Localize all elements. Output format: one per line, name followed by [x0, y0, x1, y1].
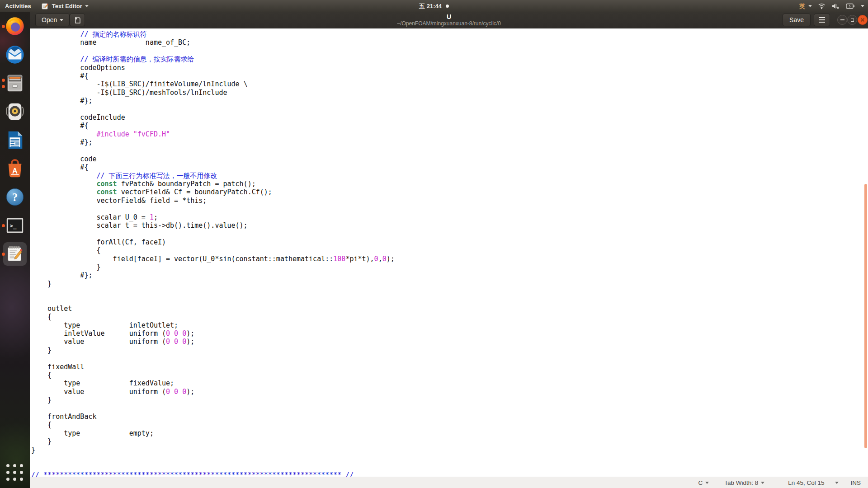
new-document-icon — [74, 16, 81, 24]
vertical-scrollbar[interactable] — [864, 184, 867, 448]
wifi-icon — [818, 3, 826, 9]
notification-dot-icon — [446, 5, 449, 8]
clock[interactable]: 五 21:44 — [419, 2, 442, 10]
open-button[interactable]: Open — [35, 14, 70, 26]
chevron-down-icon — [85, 5, 89, 7]
ubuntu-software-icon: A — [5, 158, 25, 179]
dock-item-ubuntu-software[interactable]: A — [3, 157, 27, 180]
chevron-down-icon — [761, 482, 764, 484]
input-method-caret-icon — [808, 5, 812, 7]
dock-item-rhythmbox[interactable] — [3, 100, 27, 123]
maximize-icon — [851, 19, 854, 22]
window-title: U — [30, 13, 868, 20]
system-menu-caret-icon — [861, 5, 864, 7]
minimize-icon — [840, 19, 844, 20]
insert-mode-label: INS — [850, 479, 861, 486]
dock-item-libreoffice-writer[interactable] — [3, 128, 27, 152]
show-applications-grid-icon — [6, 464, 24, 481]
gedit-icon — [5, 244, 25, 264]
libreoffice-writer-icon — [5, 130, 25, 150]
dock: A ? >_ — [0, 12, 30, 488]
battery-charging-icon — [846, 3, 855, 9]
hamburger-menu-button[interactable] — [814, 14, 830, 26]
hamburger-icon — [819, 17, 825, 18]
terminal-icon: >_ — [5, 215, 25, 236]
chevron-down-icon — [835, 482, 839, 484]
dock-item-terminal[interactable]: >_ — [3, 214, 27, 237]
tab-width-label: Tab Width: 8 — [724, 479, 758, 486]
show-applications-button[interactable] — [3, 461, 27, 484]
volume-muted-icon — [831, 3, 840, 9]
desktop: Activities Text Editor 五 21:44 英 — [0, 0, 868, 488]
close-icon — [860, 18, 865, 22]
window-subtitle-path: ~/OpenFOAM/mingxuanxuan-8/run/cyclic/0 — [30, 20, 868, 27]
chevron-down-icon — [60, 19, 63, 21]
text-editor-icon — [41, 2, 49, 10]
code-content[interactable]: // 指定的名称标识符 name name_of_BC; // 编译时所需的信息… — [30, 28, 868, 477]
files-cabinet-icon — [5, 73, 25, 94]
dock-item-firefox[interactable] — [3, 14, 27, 38]
minimize-button[interactable] — [837, 15, 847, 25]
running-indicator-dot — [2, 25, 5, 28]
save-button[interactable]: Save — [783, 14, 811, 26]
dock-item-help[interactable]: ? — [3, 185, 27, 209]
language-mode-dropdown[interactable]: C — [698, 479, 709, 486]
maximize-button[interactable] — [847, 15, 857, 25]
svg-text:>_: >_ — [10, 222, 17, 230]
cursor-position[interactable]: Ln 45, Col 15 — [788, 479, 824, 486]
activities-label: Activities — [5, 3, 31, 9]
running-indicator-dot — [2, 85, 5, 88]
system-indicators[interactable]: 英 — [799, 0, 864, 12]
svg-text:?: ? — [12, 191, 18, 203]
firefox-icon — [5, 16, 25, 37]
header-bar: Open U ~/OpenFOAM/mingxuanxuan-8/run/cyc… — [30, 12, 868, 28]
app-menu-label: Text Editor — [52, 3, 82, 9]
save-button-label: Save — [789, 16, 804, 23]
activities-button[interactable]: Activities — [0, 0, 36, 12]
goto-line-dropdown[interactable] — [835, 482, 839, 484]
tab-width-dropdown[interactable]: Tab Width: 8 — [724, 479, 764, 486]
app-menu[interactable]: Text Editor — [36, 0, 94, 12]
help-icon: ? — [5, 187, 25, 207]
status-bar: C Tab Width: 8 Ln 45, Col 15 INS — [30, 477, 868, 488]
close-button[interactable] — [858, 15, 868, 25]
chevron-down-icon — [705, 482, 709, 484]
insert-mode-indicator: INS — [850, 479, 861, 486]
running-indicator-dot — [2, 224, 5, 227]
top-bar: Activities Text Editor 五 21:44 英 — [0, 0, 868, 12]
rhythmbox-icon — [5, 101, 25, 122]
dock-item-text-editor[interactable] — [3, 242, 27, 266]
open-button-label: Open — [42, 16, 57, 23]
thunderbird-icon — [5, 44, 25, 65]
dock-item-files[interactable] — [3, 71, 27, 95]
new-document-button[interactable] — [70, 14, 85, 26]
svg-text:A: A — [12, 167, 18, 175]
running-indicator-dot — [2, 253, 5, 256]
dock-item-thunderbird[interactable] — [3, 43, 27, 66]
input-method-indicator[interactable]: 英 — [799, 2, 805, 10]
language-mode-label: C — [698, 479, 703, 486]
text-editor-view[interactable]: // 指定的名称标识符 name name_of_BC; // 编译时所需的信息… — [30, 28, 868, 477]
cursor-position-label: Ln 45, Col 15 — [788, 479, 824, 486]
running-indicator-dot — [2, 79, 5, 82]
